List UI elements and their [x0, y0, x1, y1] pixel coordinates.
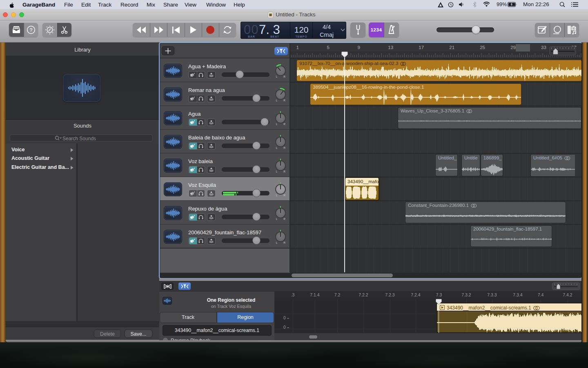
- svg-text:?: ?: [29, 27, 32, 33]
